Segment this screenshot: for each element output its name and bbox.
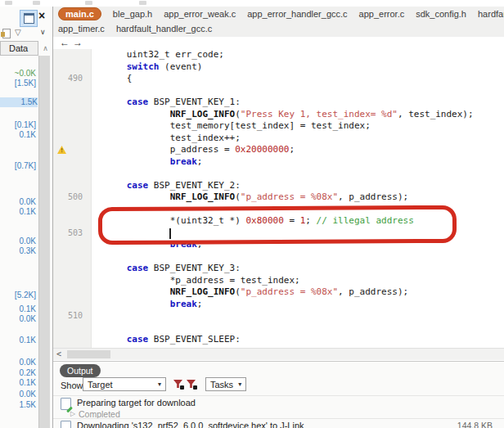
data-value[interactable]: [1.5K]: [0, 79, 36, 88]
code-line[interactable]: [94, 204, 504, 216]
data-value[interactable]: ~0.0K: [0, 69, 36, 79]
editor-nav-row: ← →: [53, 37, 504, 49]
data-value[interactable]: [0.1K]: [0, 120, 36, 130]
tab-main.c[interactable]: main.c: [58, 7, 101, 20]
output-row[interactable]: Downloading 's132_nrf52_6.0.0_softdevice…: [53, 418, 504, 428]
code-line[interactable]: NRF_LOG_INFO("Press Key 1, test_index= %…: [94, 109, 504, 121]
data-value[interactable]: 0.0K: [0, 390, 36, 399]
code-line[interactable]: *(uint32_t *) 0x80000 = 1; // illegal ad…: [94, 215, 504, 228]
code-line[interactable]: uint32_t err_code;: [94, 49, 504, 61]
code-editor[interactable]: 490!500503510 uint32_t err_code; switch …: [53, 49, 504, 348]
data-value[interactable]: 0.1K: [0, 304, 36, 314]
code-line[interactable]: p_address = 0x20000000;: [94, 144, 504, 156]
code-line[interactable]: [94, 251, 504, 264]
code-line[interactable]: break;: [94, 239, 504, 251]
code-line[interactable]: {: [94, 73, 504, 85]
tab-app_error_handler_gcc.c[interactable]: app_error_handler_gcc.c: [247, 9, 347, 19]
editor-horizontal-scrollbar[interactable]: <: [53, 348, 504, 360]
data-value[interactable]: 0.1K: [0, 336, 36, 345]
output-row-size: 144.8 KB: [457, 421, 493, 428]
tab-hardfault_implementation.c[interactable]: hardfault_implementation.c: [478, 9, 504, 19]
data-value[interactable]: 0.1K: [0, 378, 36, 388]
code-line[interactable]: case BSP_EVENT_KEY_2:: [94, 180, 504, 192]
show-target-dropdown[interactable]: Target ▾: [83, 377, 166, 391]
navigate-forward-icon[interactable]: →: [73, 37, 83, 48]
show-target-value: Target: [88, 380, 113, 390]
filter-warnings-dot: [193, 385, 197, 390]
code-line[interactable]: [94, 310, 504, 322]
code-line[interactable]: NRF_LOG_INFO("p_address = %08x", p_addre…: [94, 286, 504, 299]
panel-vertical-scrollbar[interactable]: [38, 56, 50, 428]
data-value[interactable]: 1.5K: [0, 97, 38, 107]
line-number: 510: [68, 310, 83, 322]
line-number: 503: [68, 228, 83, 240]
data-column-values: ~0.0K[1.5K]1.5K[0.1K]0.1K[0.7K]0.0K0.1K0…: [0, 7, 38, 428]
data-value[interactable]: [0.7K]: [0, 161, 36, 171]
code-line[interactable]: test_index++;: [94, 133, 504, 145]
data-value[interactable]: 0.1K: [0, 130, 36, 140]
tab-row-2: app_timer.chardfault_handler_gcc.c: [58, 21, 212, 36]
data-value[interactable]: 0.3K: [0, 246, 36, 256]
project-explorer-panel: × ▽ ∨ Data ∧ ~0.0K[1.5K]1.5K[0.1K]0.1K[0…: [0, 7, 53, 428]
dropdown-arrow-icon: ▾: [233, 381, 241, 388]
tasks-value: Tasks: [210, 380, 233, 390]
gutter-numbers: 490!500503510: [53, 49, 91, 348]
data-value[interactable]: 1.5K: [0, 400, 36, 410]
dropdown-arrow-icon: ▾: [153, 381, 161, 388]
horizontal-scrollbar-thumb[interactable]: [67, 350, 110, 358]
output-tab[interactable]: Output: [60, 364, 101, 377]
output-row-text: Preparing target for download: [77, 398, 196, 408]
close-icon[interactable]: ×: [38, 9, 45, 22]
code-lines[interactable]: uint32_t err_code; switch (event) { case…: [91, 49, 504, 348]
code-line[interactable]: test_memory[test_index] = test_index;: [94, 120, 504, 133]
output-row-text: Downloading 's132_nrf52_6.0.0_softdevice…: [77, 421, 304, 428]
code-line[interactable]: break;: [94, 299, 504, 311]
data-value[interactable]: [5.2K]: [0, 291, 36, 300]
text-caret: [169, 228, 171, 239]
task-document-icon: [61, 421, 71, 428]
output-row[interactable]: Preparing target for download: [53, 395, 504, 409]
expander-icon[interactable]: ▷: [70, 410, 75, 417]
tab-app_error.c[interactable]: app_error.c: [359, 9, 405, 19]
tab-hardfault_handler_gcc.c[interactable]: hardfault_handler_gcc.c: [116, 24, 212, 34]
file-tab-bar: main.cble_gap.happ_error_weak.capp_error…: [53, 7, 504, 37]
data-value[interactable]: 0.2K: [0, 368, 36, 378]
code-line[interactable]: [94, 85, 504, 97]
tab-row-1: main.cble_gap.happ_error_weak.capp_error…: [58, 7, 504, 21]
cutoff-toolbar-strip: [0, 0, 504, 7]
code-line[interactable]: case BSP_EVENT_SLEEP:: [94, 334, 504, 346]
line-number: 500: [68, 191, 83, 204]
code-line[interactable]: *p_address = test_index;: [94, 275, 504, 287]
scroll-up-arrow-icon[interactable]: ∧: [40, 42, 51, 55]
tab-app_error_weak.c[interactable]: app_error_weak.c: [164, 9, 236, 19]
output-panel: Output Show: Target ▾ Tasks ▾ Preparing …: [53, 361, 504, 428]
filter-errors-dot: [180, 385, 184, 390]
scroll-left-arrow-icon[interactable]: <: [56, 349, 61, 360]
line-number: 490: [68, 73, 83, 85]
editor-gutter: 490!500503510: [53, 49, 92, 348]
tab-ble_gap.h[interactable]: ble_gap.h: [113, 9, 152, 19]
output-subrow[interactable]: ▷ Completed: [53, 408, 504, 418]
data-value[interactable]: 0.0K: [0, 237, 36, 246]
code-line[interactable]: case BSP_EVENT_KEY_3:: [94, 263, 504, 275]
data-value[interactable]: 0.0K: [0, 314, 36, 324]
code-line[interactable]: break;: [94, 156, 504, 169]
code-line[interactable]: switch (event): [94, 61, 504, 74]
data-value[interactable]: 0.1K: [0, 207, 36, 217]
show-label: Show:: [61, 381, 86, 390]
code-line[interactable]: [94, 228, 504, 240]
code-line[interactable]: [94, 168, 504, 180]
tasks-dropdown[interactable]: Tasks ▾: [205, 377, 246, 391]
code-line[interactable]: case BSP_EVENT_KEY_1:: [94, 97, 504, 109]
warning-icon: !: [57, 146, 66, 154]
data-value[interactable]: 0.0K: [0, 197, 36, 207]
tab-sdk_config.h[interactable]: sdk_config.h: [416, 9, 466, 19]
code-line[interactable]: NRF_LOG_INFO("p_address = %08x", p_addre…: [94, 191, 504, 204]
navigate-back-icon[interactable]: ←: [60, 37, 70, 48]
chevron-down-icon[interactable]: ∨: [40, 28, 46, 36]
tab-app_timer.c[interactable]: app_timer.c: [58, 24, 105, 34]
code-line[interactable]: [94, 322, 504, 335]
data-value[interactable]: 0.0K: [0, 358, 36, 367]
